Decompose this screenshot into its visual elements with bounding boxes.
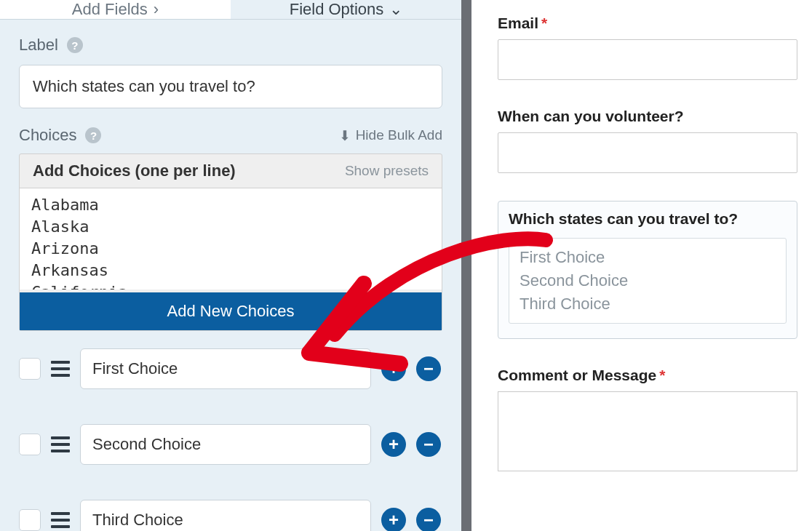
hide-bulk-add-toggle[interactable]: ⬇ Hide Bulk Add: [339, 127, 442, 144]
choices-header: Choices ? ⬇ Hide Bulk Add: [0, 126, 461, 145]
tab-label: Add Fields: [72, 0, 148, 19]
field-options-panel: Add Fields › Field Options ⌄ Label ? Cho…: [0, 0, 471, 531]
default-checkbox[interactable]: [19, 509, 41, 531]
remove-choice-icon[interactable]: −: [416, 356, 441, 381]
remove-choice-icon[interactable]: −: [416, 432, 441, 457]
add-choice-icon[interactable]: +: [381, 508, 406, 531]
preview-email-field: Email*: [498, 15, 797, 80]
preview-volunteer-field: When can you volunteer?: [498, 108, 797, 173]
choice-input[interactable]: [80, 424, 371, 465]
chevron-right-icon: ›: [154, 0, 159, 19]
download-icon: ⬇: [339, 127, 351, 144]
email-input[interactable]: [498, 39, 797, 80]
volunteer-input[interactable]: [498, 132, 797, 173]
add-new-choices-button[interactable]: Add New Choices: [20, 292, 442, 330]
add-choice-icon[interactable]: +: [381, 356, 406, 381]
tab-add-fields[interactable]: Add Fields ›: [0, 0, 231, 19]
field-label-input[interactable]: [19, 65, 442, 108]
help-icon[interactable]: ?: [67, 37, 83, 53]
bulk-choices-textarea[interactable]: [20, 188, 442, 290]
tab-label: Field Options: [290, 0, 384, 19]
choice-row: + −: [0, 407, 461, 465]
field-label: Which states can you travel to?: [509, 210, 787, 228]
bulk-add-box: Add Choices (one per line) Show presets …: [19, 153, 442, 331]
drag-handle-icon[interactable]: [51, 512, 70, 528]
add-choice-icon[interactable]: +: [381, 432, 406, 457]
preview-states-field: Which states can you travel to? First Ch…: [498, 201, 797, 339]
section-title: Label: [19, 36, 58, 55]
form-preview: Email* When can you volunteer? Which sta…: [471, 0, 812, 531]
default-checkbox[interactable]: [19, 434, 41, 455]
remove-choice-icon[interactable]: −: [416, 508, 441, 531]
field-label: Comment or Message: [498, 367, 656, 383]
label-section: Label ?: [0, 20, 461, 108]
chevron-down-icon: ⌄: [389, 0, 402, 19]
required-asterisk: *: [541, 15, 547, 31]
bulk-heading: Add Choices (one per line): [33, 161, 236, 180]
choice-row: + −: [0, 482, 461, 531]
preview-comment-field: Comment or Message*: [498, 367, 797, 471]
preview-choice: First Choice: [520, 246, 776, 269]
required-asterisk: *: [659, 367, 665, 383]
dropdown-preview[interactable]: First Choice Second Choice Third Choice: [509, 238, 787, 324]
preview-choice: Second Choice: [520, 269, 776, 292]
choice-input[interactable]: [80, 500, 371, 531]
drag-handle-icon[interactable]: [51, 361, 70, 377]
tab-field-options[interactable]: Field Options ⌄: [231, 0, 461, 19]
default-checkbox[interactable]: [19, 358, 41, 380]
choice-input[interactable]: [80, 348, 371, 389]
help-icon[interactable]: ?: [85, 127, 101, 143]
comment-textarea[interactable]: [498, 391, 797, 471]
toggle-label: Hide Bulk Add: [356, 127, 442, 143]
section-title: Choices: [19, 126, 76, 145]
show-presets-link[interactable]: Show presets: [345, 163, 429, 179]
drag-handle-icon[interactable]: [51, 436, 70, 452]
field-label: Email: [498, 15, 538, 31]
choice-row: + −: [0, 331, 461, 389]
field-label: When can you volunteer?: [498, 108, 797, 125]
panel-tabs: Add Fields › Field Options ⌄: [0, 0, 461, 20]
preview-choice: Third Choice: [520, 292, 776, 316]
